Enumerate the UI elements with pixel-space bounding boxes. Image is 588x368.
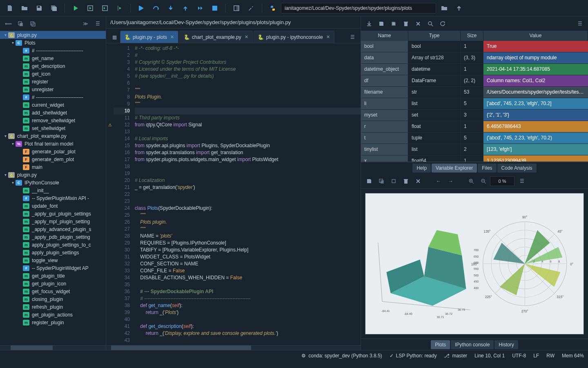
outline-item[interactable]: ## ----------------------------- [0,93,106,101]
continue-button[interactable] [194,2,207,15]
editor-tab[interactable]: 🐍plugin.py - plots✕ [120,31,178,43]
save-data-button[interactable] [376,18,387,29]
delete-var-button[interactable] [400,18,412,29]
home-button[interactable]: ⟸ [2,18,14,29]
col-type[interactable]: Type [408,31,461,41]
outline-item[interactable]: mupdate_font [0,202,106,210]
outline-item[interactable]: ▾🐍plugin.py [0,171,106,179]
copy-plot-button[interactable] [388,175,399,187]
close-tab-icon[interactable]: ✕ [245,34,248,40]
step-into-button[interactable] [164,2,177,15]
expand-button[interactable] [27,18,38,29]
outline-item[interactable]: mset_shellwidget [0,124,106,132]
search-var-button[interactable] [425,18,436,29]
maximize-pane-button[interactable] [230,2,243,15]
status-eol[interactable]: LF [533,353,539,359]
editor-scrollbar[interactable] [106,345,361,350]
zoom-in-button[interactable] [466,175,477,187]
outline-item[interactable]: m_apply_mpl_plugin_setting [0,218,106,225]
var-row[interactable]: dfDataFrame(2, 2)Column names: Col1, Col… [361,75,588,87]
outline-item[interactable]: madd_shellwidget [0,109,106,117]
status-mem[interactable]: Mem 64% [562,353,584,359]
working-dir-input[interactable] [281,3,436,13]
outline-item[interactable]: mget_plugin_icon [0,280,106,287]
outline-item[interactable]: mrefresh_plugin [0,303,106,311]
outline-item[interactable]: mregister [0,78,106,85]
preferences-button[interactable] [245,2,258,15]
outline-item[interactable]: m_apply_pdb_plugin_setting [0,233,106,241]
run-cell-advance-button[interactable] [98,2,111,15]
varexp-body[interactable]: boolbool1TruedataArray of str128(3, 3)nd… [361,41,588,162]
outline-item[interactable]: mget_plugin_title [0,272,106,280]
plot-canvas[interactable]: 700 650 600 550 500 450 400 -84.41 -84.4… [365,193,584,334]
var-row[interactable]: mysetset3{'2', '1', '3'} [361,110,588,121]
copy-button[interactable] [15,18,26,29]
col-name[interactable]: Name [361,31,408,41]
outline-item[interactable]: m_apply_gui_plugin_settings [0,210,106,218]
outline-item[interactable]: ▾CPlots [0,39,106,47]
var-row[interactable]: ttuple5('abcd', 745, 2.23, 'efgh', 70.2) [361,132,588,144]
outline-item[interactable]: ## ----------------------------- [0,47,106,54]
step-over-button[interactable] [149,2,163,15]
status-encoding[interactable]: UTF-8 [512,353,526,359]
outline-item[interactable]: mclosing_plugin [0,295,106,303]
outline-item[interactable]: m_apply_advanced_plugin_s [0,225,106,233]
var-row[interactable]: boolbool1True [361,41,588,52]
outline-item[interactable]: mremove_shellwidget [0,117,106,124]
outline-item[interactable]: Fmain [0,163,106,171]
outline-item[interactable]: #-- SpyderPluginMixin API - [0,194,106,202]
var-row[interactable]: lilist5['abcd', 745, 2.23, 'efgh', 70.2] [361,98,588,110]
pane-tab[interactable]: Files [478,164,496,173]
outline-item[interactable]: ▾🐍plugin.py [0,31,106,39]
delete-all-button[interactable] [412,18,424,29]
pane-tab[interactable]: Variable Explorer [432,164,477,173]
outline-item[interactable]: ▾CIPythonConsole [0,179,106,186]
pane-tab[interactable]: Code Analysis [497,164,537,173]
debug-button[interactable] [135,2,148,15]
outline-item[interactable]: mcurrent_widget [0,101,106,109]
pane-tab[interactable]: Plots [431,340,450,349]
var-row[interactable]: rfloat16.46567886443 [361,121,588,132]
stop-debug-button[interactable] [208,2,221,15]
outline-item[interactable]: mtoggle_view [0,256,106,264]
col-value[interactable]: Value [483,31,588,41]
delete-plot-button[interactable] [400,175,412,187]
outline-item[interactable]: mget_description [0,62,106,70]
outline-scrollbar[interactable] [0,345,106,350]
var-row[interactable]: tinylistlist2[123, 'efgh'] [361,144,588,155]
save-all-plots-button[interactable] [376,175,387,187]
outline-item[interactable]: mget_focus_widget [0,287,106,295]
varexp-options-button[interactable]: ☰ [574,18,586,29]
outline-item[interactable]: Fgenerate_polar_plot [0,148,106,155]
browse-dir-button[interactable] [438,2,451,15]
status-cursor[interactable]: Line 10, Col 1 [474,353,505,359]
save-plot-button[interactable] [363,175,375,187]
save-all-button[interactable] [47,2,60,15]
next-plot-button[interactable]: → [445,175,457,187]
new-file-button[interactable] [3,2,16,15]
outline-item[interactable]: mget_icon [0,70,106,78]
run-selection-button[interactable] [113,2,126,15]
prev-plot-button[interactable]: ← [433,175,444,187]
pane-tab[interactable]: IPython console [451,340,494,349]
pane-tab[interactable]: Help [412,164,431,173]
varexp-header[interactable]: Name Type Size Value [361,31,588,41]
refresh-var-button[interactable] [437,18,448,29]
status-git[interactable]: ⎇ master [444,353,467,359]
delete-all-plots-button[interactable] [412,175,424,187]
var-row[interactable]: filenamestr53/Users/Documents/spyder/spy… [361,87,588,98]
close-tab-icon[interactable]: ✕ [170,34,174,40]
outline-item[interactable]: ▾🐍chart_plot_example.py [0,132,106,140]
outline-item[interactable]: mget_plugin_actions [0,311,106,319]
open-file-button[interactable] [18,2,31,15]
outline-item[interactable]: m__init__ [0,186,106,194]
more-button[interactable]: ≫ [80,18,91,29]
outline-item[interactable]: Fgenerate_dem_plot [0,155,106,163]
status-perm[interactable]: RW [546,353,555,359]
outline-item[interactable]: ▾%Plot final terrain model [0,140,106,148]
save-data-as-button[interactable] [388,18,399,29]
plots-options-button[interactable]: ☰ [516,175,528,187]
col-size[interactable]: Size [461,31,483,41]
outline-item[interactable]: mapply_plugin_settings [0,249,106,256]
status-lsp[interactable]: ✓ LSP Python: ready [390,353,437,359]
